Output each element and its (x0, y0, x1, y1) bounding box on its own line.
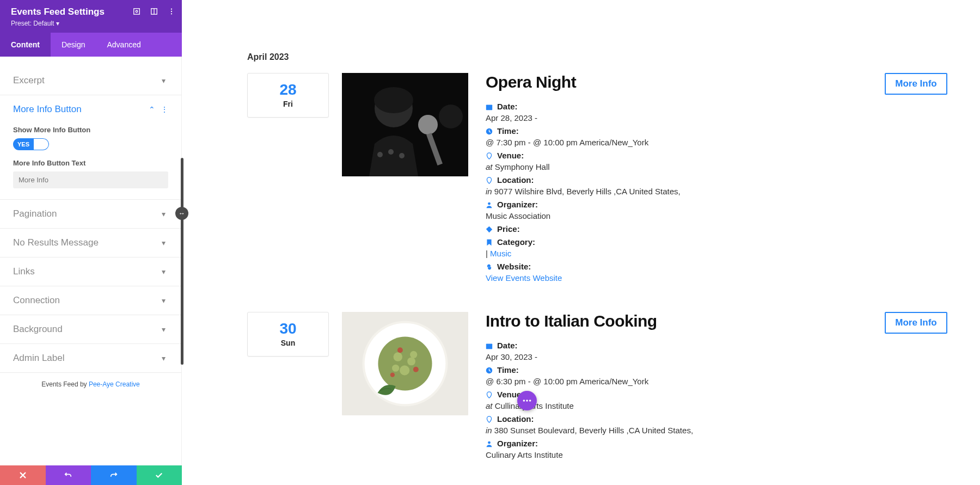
show-more-info-toggle[interactable]: YES (13, 138, 49, 150)
category-link[interactable]: Music (490, 249, 511, 258)
svg-point-5 (171, 11, 172, 12)
section-admin-label[interactable]: Admin Label ▾ (0, 344, 181, 372)
location-label: Location: (497, 413, 534, 426)
svg-point-4 (171, 8, 172, 9)
calendar-icon (486, 342, 493, 349)
svg-point-25 (407, 357, 415, 365)
event-details: Intro to Italian Cooking Date: Apr 30, 2… (486, 312, 842, 462)
tag-icon (486, 226, 493, 233)
section-pagination[interactable]: Pagination ▾ (0, 200, 181, 228)
section-title: Excerpt (13, 75, 45, 86)
resize-handle[interactable]: ↔ (175, 207, 188, 220)
venue-prefix: at (486, 401, 493, 410)
date-label: Date: (497, 339, 518, 352)
svg-rect-17 (486, 105, 492, 106)
event-card: 30 Sun (247, 312, 947, 462)
time-value: @ 6:30 pm - @ 10:00 pm America/New_York (486, 377, 842, 386)
caret-down-icon: ▾ (56, 20, 59, 27)
svg-point-15 (439, 105, 463, 128)
event-image (342, 312, 468, 415)
settings-sidebar: Events Feed Settings Preset: Default ▾ C… (0, 0, 182, 485)
cancel-button[interactable] (0, 465, 46, 485)
preview-canvas: April 2023 28 Fri (182, 0, 980, 485)
time-value: @ 7:30 pm - @ 10:00 pm America/New_York (486, 138, 842, 147)
section-no-results[interactable]: No Results Message ▾ (0, 229, 181, 257)
section-excerpt[interactable]: Excerpt ▾ (0, 66, 181, 95)
svg-point-30 (413, 367, 419, 372)
date-value: Apr 30, 2023 - (486, 352, 842, 361)
more-info-text-input[interactable] (13, 171, 168, 188)
more-icon[interactable] (168, 8, 175, 15)
toggle-yes: YES (13, 138, 34, 150)
tab-advanced[interactable]: Advanced (96, 33, 151, 57)
pin-icon (486, 177, 493, 184)
svg-point-12 (377, 152, 383, 157)
redo-button[interactable] (91, 465, 137, 485)
more-info-button[interactable]: More Info (885, 73, 947, 95)
singer-svg (342, 73, 468, 176)
section-title: Pagination (13, 208, 57, 219)
event-day-number: 28 (253, 81, 323, 99)
more-info-text-label: More Info Button Text (13, 159, 168, 167)
credit-prefix: Events Feed by (41, 380, 89, 388)
clock-icon (486, 367, 493, 374)
price-label: Price: (497, 223, 520, 236)
chevron-down-icon: ▾ (162, 296, 168, 305)
svg-point-35 (523, 400, 525, 402)
section-connection[interactable]: Connection ▾ (0, 286, 181, 315)
category-sep: | (486, 249, 488, 258)
more-icon[interactable]: ⋮ (161, 105, 168, 114)
svg-point-19 (488, 202, 491, 205)
svg-point-6 (171, 13, 172, 14)
section-title: Connection (13, 295, 60, 306)
expand-icon[interactable] (133, 8, 140, 15)
svg-point-37 (529, 400, 531, 402)
sidebar-header: Events Feed Settings Preset: Default ▾ (0, 0, 182, 33)
toggle-knob (34, 138, 49, 150)
section-title: More Info Button (13, 104, 82, 115)
svg-point-26 (400, 365, 409, 375)
section-title: Background (13, 324, 63, 335)
chevron-down-icon: ▾ (162, 325, 168, 334)
svg-point-27 (392, 365, 399, 372)
chevron-up-icon: ⌃ (149, 105, 155, 114)
bookmark-icon (486, 239, 493, 246)
tab-design[interactable]: Design (51, 33, 96, 57)
date-value: Apr 28, 2023 - (486, 113, 842, 122)
more-info-button[interactable]: More Info (885, 312, 947, 334)
clock-icon (486, 128, 493, 135)
pasta-svg (342, 312, 468, 415)
website-link[interactable]: View Events Website (486, 273, 562, 283)
section-title: Admin Label (13, 353, 65, 364)
show-more-info-label: Show More Info Button (13, 126, 168, 134)
resize-bar[interactable] (181, 158, 183, 365)
builder-fab[interactable] (517, 391, 537, 410)
event-date-box: 28 Fri (247, 73, 329, 118)
undo-button[interactable] (46, 465, 91, 485)
svg-point-34 (488, 441, 491, 444)
time-label: Time: (497, 364, 519, 377)
dock-icon[interactable] (150, 8, 158, 15)
preset-selector[interactable]: Preset: Default ▾ (11, 20, 171, 27)
sidebar-tabs: Content Design Advanced (0, 33, 182, 57)
pin-icon (486, 391, 493, 398)
section-links[interactable]: Links ▾ (0, 257, 181, 286)
category-label: Category: (497, 236, 535, 249)
venue-prefix: at (486, 162, 493, 171)
organizer-value: Music Association (486, 211, 842, 220)
svg-point-23 (378, 336, 432, 390)
svg-point-10 (418, 115, 438, 134)
tab-content[interactable]: Content (0, 33, 51, 57)
month-heading: April 2023 (247, 52, 947, 62)
svg-rect-0 (134, 9, 140, 15)
event-day-abbr: Sun (253, 339, 323, 347)
venue-value: Symphony Hall (495, 162, 550, 171)
website-label: Website: (497, 260, 531, 273)
preset-label: Preset: Default (11, 20, 54, 27)
event-title: Opera Night (486, 73, 842, 91)
section-background[interactable]: Background ▾ (0, 315, 181, 343)
credit-link[interactable]: Pee-Aye Creative (89, 380, 140, 388)
save-button[interactable] (137, 465, 182, 485)
section-more-info-button[interactable]: More Info Button ⌃ ⋮ (0, 95, 181, 124)
organizer-label: Organizer: (497, 437, 538, 450)
